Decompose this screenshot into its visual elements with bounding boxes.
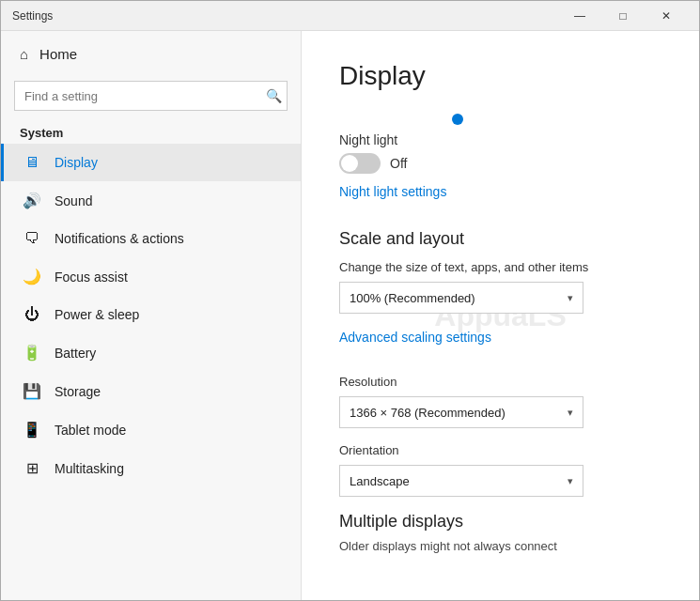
battery-icon: 🔋 <box>23 344 41 362</box>
sidebar-item-notifications[interactable]: 🗨 Notifications & actions <box>1 220 301 257</box>
display-icon: 🖥 <box>23 154 41 171</box>
orientation-dropdown-arrow: ▾ <box>568 475 573 487</box>
size-dropdown-container: 100% (Recommended) ▾ <box>339 282 661 314</box>
main-panel: AppuaLS Display Night light Off Night li… <box>302 31 699 600</box>
resolution-label: Resolution <box>339 375 661 389</box>
sidebar-item-focus[interactable]: 🌙 Focus assist <box>1 257 301 296</box>
sidebar-item-multitasking[interactable]: ⊞ Multitasking <box>1 449 301 487</box>
power-icon: ⏻ <box>23 306 41 323</box>
night-light-toggle-row: Off <box>339 153 661 174</box>
tablet-icon: 📱 <box>23 421 41 439</box>
focus-icon: 🌙 <box>23 268 41 285</box>
sidebar-item-sound[interactable]: 🔊 Sound <box>1 181 301 220</box>
sidebar-section-system: System <box>1 118 301 144</box>
content-area: ⌂ Home 🔍 System 🖥 Display 🔊 Sound 🗨 Noti <box>1 31 699 600</box>
notifications-icon: 🗨 <box>23 230 41 247</box>
home-icon: ⌂ <box>20 46 28 62</box>
night-light-settings-link[interactable]: Night light settings <box>339 184 446 199</box>
sidebar-label-focus: Focus assist <box>54 270 128 285</box>
sidebar-label-tablet: Tablet mode <box>54 423 126 438</box>
sidebar-label-battery: Battery <box>54 346 96 361</box>
sidebar-label-power: Power & sleep <box>54 307 139 322</box>
display-icon-area <box>452 114 661 125</box>
window-controls: — □ ✕ <box>558 1 688 31</box>
sidebar-label-multitasking: Multitasking <box>54 461 124 476</box>
resolution-dropdown-container: 1366 × 768 (Recommended) ▾ <box>339 396 661 428</box>
night-light-toggle[interactable] <box>339 153 381 174</box>
window-title: Settings <box>12 9 53 23</box>
sidebar-item-display[interactable]: 🖥 Display <box>1 144 301 181</box>
minimize-button[interactable]: — <box>558 1 601 31</box>
advanced-scaling-link[interactable]: Advanced scaling settings <box>339 330 491 345</box>
search-input[interactable] <box>14 81 288 111</box>
size-label: Change the size of text, apps, and other… <box>339 260 661 274</box>
titlebar: Settings — □ ✕ <box>1 1 699 31</box>
sidebar: ⌂ Home 🔍 System 🖥 Display 🔊 Sound 🗨 Noti <box>1 31 302 600</box>
orientation-value: Landscape <box>350 474 410 488</box>
sidebar-item-tablet[interactable]: 📱 Tablet mode <box>1 410 301 449</box>
home-label: Home <box>39 46 77 62</box>
size-dropdown-arrow: ▾ <box>568 292 573 304</box>
settings-window: Settings — □ ✕ ⌂ Home 🔍 System 🖥 <box>0 0 700 601</box>
sidebar-label-storage: Storage <box>54 384 101 399</box>
sidebar-item-power[interactable]: ⏻ Power & sleep <box>1 296 301 333</box>
orientation-label: Orientation <box>339 443 661 457</box>
multitasking-icon: ⊞ <box>23 459 41 477</box>
sidebar-search: 🔍 <box>14 81 288 111</box>
resolution-dropdown-arrow: ▾ <box>568 407 573 419</box>
scale-heading: Scale and layout <box>339 229 661 249</box>
night-light-label: Night light <box>339 132 661 147</box>
close-button[interactable]: ✕ <box>645 1 688 31</box>
orientation-dropdown[interactable]: Landscape ▾ <box>339 465 583 497</box>
orientation-dropdown-container: Landscape ▾ <box>339 465 661 497</box>
search-icon[interactable]: 🔍 <box>266 88 282 103</box>
sound-icon: 🔊 <box>23 192 41 209</box>
resolution-value: 1366 × 768 (Recommended) <box>350 406 506 420</box>
multiple-displays-heading: Multiple displays <box>339 512 661 532</box>
maximize-button[interactable]: □ <box>601 1 645 31</box>
night-light-state: Off <box>390 156 407 171</box>
monitor-dot <box>452 114 463 125</box>
size-value: 100% (Recommended) <box>350 291 475 305</box>
multiple-displays-desc: Older displays might not always connect <box>339 539 661 553</box>
sidebar-label-sound: Sound <box>54 193 92 208</box>
size-dropdown[interactable]: 100% (Recommended) ▾ <box>339 282 583 314</box>
sidebar-item-home[interactable]: ⌂ Home <box>1 31 301 77</box>
sidebar-item-storage[interactable]: 💾 Storage <box>1 372 301 410</box>
sidebar-label-display: Display <box>54 155 98 170</box>
sidebar-item-battery[interactable]: 🔋 Battery <box>1 333 301 372</box>
page-title: Display <box>339 61 661 91</box>
storage-icon: 💾 <box>23 382 41 400</box>
resolution-dropdown[interactable]: 1366 × 768 (Recommended) ▾ <box>339 396 583 428</box>
sidebar-label-notifications: Notifications & actions <box>54 231 184 246</box>
